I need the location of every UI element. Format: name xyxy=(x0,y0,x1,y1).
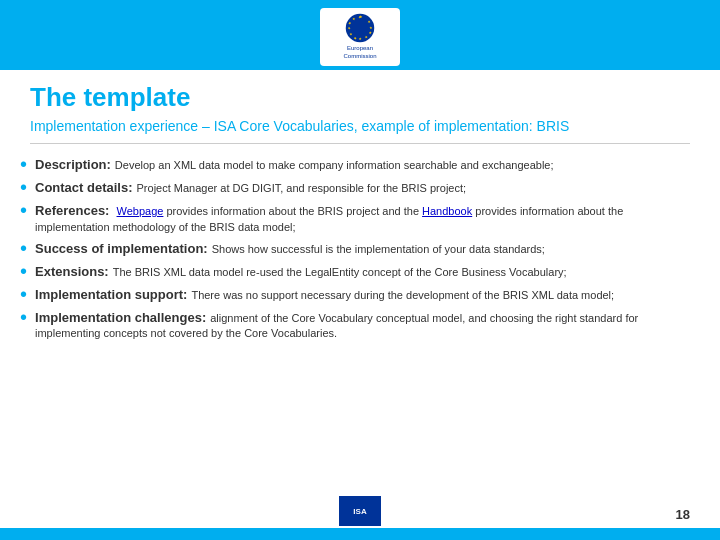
list-item: • Success of implementation:Shows how su… xyxy=(20,240,690,258)
list-item: • Extensions:The BRIS XML data model re-… xyxy=(20,263,690,281)
eu-logo-container: ★ ★ ★ ★ ★ ★ ★ ★ ★ ★ ★ ★ EuropeanCommissi… xyxy=(320,8,400,66)
item-label: Extensions: xyxy=(35,264,109,279)
item-label: Description: xyxy=(35,157,111,172)
list-item: • Implementation support:There was no su… xyxy=(20,286,690,304)
bullet-icon: • xyxy=(20,307,27,327)
eu-stars-circle: ★ ★ ★ ★ ★ ★ ★ ★ ★ ★ ★ ★ xyxy=(345,13,375,43)
item-label: Implementation support: xyxy=(35,287,187,302)
page-title: The template xyxy=(30,82,690,113)
handbook-link[interactable]: Handbook xyxy=(422,205,472,217)
item-label: Contact details: xyxy=(35,180,133,195)
bullet-list: • Description:Develop an XML data model … xyxy=(20,156,690,341)
item-text: References: Webpage provides information… xyxy=(35,202,690,234)
item-label: References: xyxy=(35,203,109,218)
item-text: Contact details:Project Manager at DG DI… xyxy=(35,179,466,197)
page-subtitle: Implementation experience – ISA Core Voc… xyxy=(30,117,690,135)
item-text: Success of implementation:Shows how succ… xyxy=(35,240,545,258)
list-item: • References: Webpage provides informati… xyxy=(20,202,690,234)
bullet-icon: • xyxy=(20,200,27,220)
item-text: Extensions:The BRIS XML data model re-us… xyxy=(35,263,567,281)
eu-logo-text: EuropeanCommission xyxy=(343,45,376,61)
svg-text:★: ★ xyxy=(368,32,372,36)
divider xyxy=(30,143,690,144)
page-number: 18 xyxy=(676,507,690,522)
svg-text:★: ★ xyxy=(348,21,352,25)
bottom-bar xyxy=(0,528,720,540)
bottom-logo-text: ISA xyxy=(353,507,366,516)
bullet-icon: • xyxy=(20,154,27,174)
item-text: Description:Develop an XML data model to… xyxy=(35,156,553,174)
item-text: Implementation support:There was no supp… xyxy=(35,286,614,304)
references-text: Webpage provides information about the B… xyxy=(35,205,623,233)
list-item: • Description:Develop an XML data model … xyxy=(20,156,690,174)
header-section: The template Implementation experience –… xyxy=(0,70,720,143)
item-label: Implementation challenges: xyxy=(35,310,206,325)
bullet-icon: • xyxy=(20,261,27,281)
bullet-icon: • xyxy=(20,238,27,258)
bullet-icon: • xyxy=(20,284,27,304)
top-bar: ★ ★ ★ ★ ★ ★ ★ ★ ★ ★ ★ ★ EuropeanCommissi… xyxy=(0,0,720,70)
content-section: • Description:Develop an XML data model … xyxy=(0,150,720,354)
webpage-link[interactable]: Webpage xyxy=(117,205,164,217)
bottom-logo: ISA xyxy=(339,496,381,526)
item-label: Success of implementation: xyxy=(35,241,208,256)
list-item: • Implementation challenges:alignment of… xyxy=(20,309,690,341)
list-item: • Contact details:Project Manager at DG … xyxy=(20,179,690,197)
bullet-icon: • xyxy=(20,177,27,197)
svg-text:★: ★ xyxy=(353,36,357,40)
item-text: Implementation challenges:alignment of t… xyxy=(35,309,690,341)
